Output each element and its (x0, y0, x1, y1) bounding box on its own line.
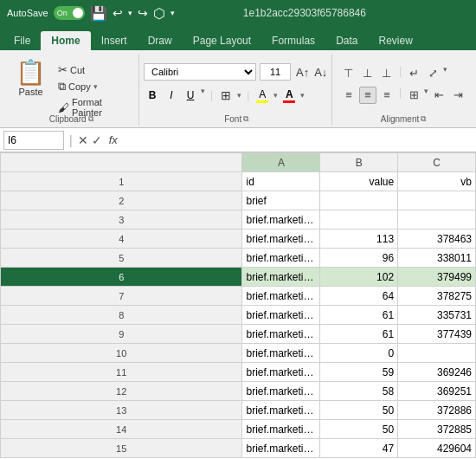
cell-c[interactable]: 377439 (398, 325, 476, 344)
col-b-header[interactable]: B (320, 153, 398, 172)
cell-b[interactable]: 113 (320, 230, 398, 249)
table-row[interactable]: 13brief.marketing-and-advertising.missin… (1, 401, 476, 420)
table-row[interactable]: 3brief.marketing-and-advertising (1, 210, 476, 230)
cell-b[interactable]: 61 (320, 306, 398, 325)
orientation-button[interactable]: ⤢ (424, 65, 441, 82)
cell-a[interactable]: brief.marketing-and-advertising.missing.… (242, 401, 320, 420)
cell-a[interactable]: brief.marketing-and-advertising.Hyperlin… (242, 287, 320, 306)
cell-b[interactable]: 50 (320, 420, 398, 439)
table-row[interactable]: 6brief.marketing-and-advertising.Index_t… (1, 268, 476, 287)
align-right-button[interactable]: ≡ (378, 87, 396, 104)
table-row[interactable]: 4brief.marketing-and-advertising.Web_pag… (1, 230, 476, 249)
orientation-dropdown-icon[interactable]: ▾ (443, 65, 447, 82)
cell-b[interactable]: 0 (320, 344, 398, 363)
cell-a[interactable]: brief.marketing-and-advertising.Web_traf… (242, 325, 320, 344)
cell-b[interactable]: 102 (320, 268, 398, 287)
cell-c[interactable] (398, 191, 476, 210)
cell-a[interactable]: brief.marketing-and-advertising.missing.… (242, 439, 320, 458)
cell-b[interactable]: 96 (320, 249, 398, 268)
cell-ref-box[interactable]: I6 (3, 131, 64, 150)
indent-decrease-button[interactable]: ⇤ (430, 87, 447, 104)
align-middle-button[interactable]: ⊥ (359, 65, 376, 82)
cell-c[interactable]: 378275 (398, 287, 476, 306)
cell-a[interactable]: brief (242, 191, 320, 210)
highlight-dropdown-icon[interactable]: ▾ (273, 91, 278, 100)
table-row[interactable]: 11brief.marketing-and-advertising.missin… (1, 363, 476, 382)
col-a-header[interactable]: A (242, 153, 320, 172)
tab-formulas[interactable]: Formulas (261, 31, 325, 50)
cell-b[interactable]: 50 (320, 401, 398, 420)
table-row[interactable]: 9brief.marketing-and-advertising.Web_tra… (1, 325, 476, 344)
cell-a[interactable]: brief.marketing-and-advertising.missing.… (242, 382, 320, 401)
tab-insert[interactable]: Insert (91, 31, 138, 50)
tab-data[interactable]: Data (325, 31, 368, 50)
cell-a[interactable]: brief.marketing-and-advertising.missing.… (242, 420, 320, 439)
table-row[interactable]: 5brief.marketing-and-advertising.Website… (1, 249, 476, 268)
indent-increase-button[interactable]: ⇥ (449, 87, 466, 104)
cell-c[interactable]: 429604 (398, 439, 476, 458)
cell-b[interactable]: value (320, 172, 398, 191)
cell-c[interactable] (398, 210, 476, 230)
table-row[interactable]: 10brief.marketing-and-advertising.missin… (1, 344, 476, 363)
cell-b[interactable]: 58 (320, 382, 398, 401)
cell-a[interactable]: id (242, 172, 320, 191)
tab-home[interactable]: Home (41, 31, 90, 50)
cell-c[interactable]: 379499 (398, 268, 476, 287)
cell-b[interactable] (320, 191, 398, 210)
cell-c[interactable]: vb (398, 172, 476, 191)
copy-dropdown-icon[interactable]: ▾ (93, 82, 98, 91)
cell-b[interactable]: 64 (320, 287, 398, 306)
undo-icon[interactable]: ↩ (113, 6, 123, 20)
font-color-button[interactable]: A (281, 88, 297, 103)
merge-button[interactable]: ⊞ (405, 87, 422, 104)
table-row[interactable]: 7brief.marketing-and-advertising.Hyperli… (1, 287, 476, 306)
cell-a[interactable]: brief.marketing-and-advertising.Index_te… (242, 268, 320, 287)
tab-file[interactable]: File (3, 31, 41, 50)
cell-a[interactable]: brief.marketing-and-advertising (242, 210, 320, 230)
border-button[interactable]: ⊞ (218, 88, 234, 102)
cell-c[interactable]: 335731 (398, 306, 476, 325)
font-family-select[interactable]: Calibri (144, 63, 256, 81)
more-icon[interactable]: ⬡ (153, 5, 165, 22)
table-row[interactable]: 14brief.marketing-and-advertising.missin… (1, 420, 476, 439)
table-row[interactable]: 12brief.marketing-and-advertising.missin… (1, 382, 476, 401)
font-size-input[interactable] (260, 63, 291, 81)
border-dropdown-icon[interactable]: ▾ (237, 91, 241, 100)
more-dropdown-icon[interactable]: ▾ (170, 9, 175, 17)
increase-font-size-button[interactable]: A↑ (294, 66, 311, 79)
cell-a[interactable]: brief.marketing-and-advertising.missing (242, 344, 320, 363)
col-c-header[interactable]: C (398, 153, 476, 172)
underline-button[interactable]: U (182, 87, 199, 104)
bold-button[interactable]: B (144, 87, 161, 104)
cell-a[interactable]: brief.marketing-and-advertising.Marketin… (242, 306, 320, 325)
cell-c[interactable]: 369246 (398, 363, 476, 382)
align-bottom-button[interactable]: ⊥ (378, 65, 396, 82)
cell-c[interactable]: 372885 (398, 420, 476, 439)
cell-c[interactable]: 378463 (398, 230, 476, 249)
cancel-formula-button[interactable]: ✕ (78, 133, 88, 147)
table-row[interactable]: 15brief.marketing-and-advertising.missin… (1, 439, 476, 458)
copy-button[interactable]: ⧉ Copy ▾ (55, 79, 132, 94)
font-color-dropdown-icon[interactable]: ▾ (300, 91, 305, 100)
align-left-button[interactable]: ≡ (340, 87, 357, 104)
alignment-expand-icon[interactable]: ⧉ (421, 114, 426, 124)
formula-input[interactable] (125, 134, 473, 146)
table-row[interactable]: 8brief.marketing-and-advertising.Marketi… (1, 306, 476, 325)
cell-a[interactable]: brief.marketing-and-advertising.missing.… (242, 363, 320, 382)
save-icon[interactable]: 💾 (90, 5, 107, 22)
decrease-font-size-button[interactable]: A↓ (312, 66, 329, 79)
cell-c[interactable]: 372886 (398, 401, 476, 420)
tab-review[interactable]: Review (368, 31, 422, 50)
autosave-toggle[interactable]: On (54, 6, 85, 20)
merge-dropdown-icon[interactable]: ▾ (424, 87, 428, 104)
underline-dropdown-icon[interactable]: ▾ (201, 87, 205, 104)
clipboard-expand-icon[interactable]: ⧉ (88, 114, 93, 124)
cell-a[interactable]: brief.marketing-and-advertising.Website (242, 249, 320, 268)
cell-b[interactable]: 47 (320, 439, 398, 458)
wrap-text-button[interactable]: ↵ (405, 65, 422, 82)
cell-c[interactable]: 369251 (398, 382, 476, 401)
align-center-button[interactable]: ≡ (359, 87, 376, 104)
cell-a[interactable]: brief.marketing-and-advertising.Web_page (242, 230, 320, 249)
cell-c[interactable] (398, 344, 476, 363)
highlight-color-button[interactable]: A (254, 88, 270, 103)
